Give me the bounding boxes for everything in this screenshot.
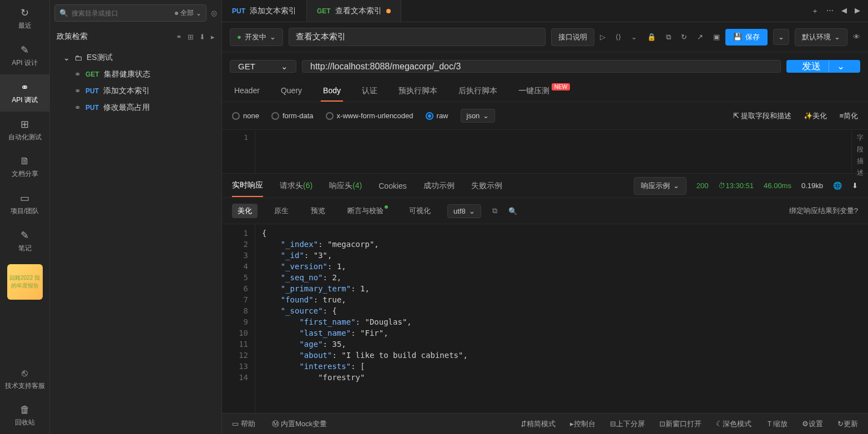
example-select[interactable]: 响应示例 ⌄ [634,177,687,195]
dot-icon [385,205,388,209]
tab-get-view[interactable]: GET查看文本索引 [307,0,401,22]
json-viewer[interactable]: 1234567891011121314 { "_index": "megacor… [222,224,868,413]
radio-none[interactable]: none [232,112,259,120]
api-name-input[interactable]: 查看文本索引 [289,28,546,46]
new-badge: NEW [552,83,570,90]
nav-doc-share[interactable]: 🗎文档分享 [0,149,49,185]
nav-notes[interactable]: ✎笔记 [0,223,49,260]
next-icon[interactable]: ▶ [855,6,860,16]
settings-link[interactable]: ⚙设置 [802,419,823,429]
add-icon[interactable]: ⊞ [188,33,194,41]
newwin-link[interactable]: ⊡新窗口打开 [659,419,702,429]
left-navbar: ↻最近 ✎API 设计 ⚭API 调试 ⊞自动化测试 🗎文档分享 ▭项目/团队 … [0,0,50,434]
status-chip[interactable]: ●开发中⌄ [230,28,283,46]
subtab-postscript[interactable]: 后执行脚本 [456,80,499,102]
search-icon[interactable]: 🔍 [508,207,517,215]
copy-icon[interactable]: ⧉ [666,33,671,42]
refresh-icon[interactable]: ↻ [681,33,687,41]
subtab-auth[interactable]: 认证 [360,80,380,102]
env-select[interactable]: 默认环境⌄ [795,28,847,46]
subtab-prescript[interactable]: 预执行脚本 [396,80,440,102]
compact-link[interactable]: ⇵精简模式 [521,419,556,429]
radio-formdata[interactable]: form-data [271,112,314,120]
zoom-link[interactable]: Ｔ缩放 [766,419,788,429]
headset-icon: ⎋ [2,367,47,379]
editor-gutter: 1 [222,130,255,173]
tree-item-health[interactable]: ⚭GET集群健康状态 [50,66,221,83]
tree-item-add-index[interactable]: ⚭PUT添加文本索引 [50,83,221,99]
play-icon[interactable]: ▷ [600,33,605,41]
add-tab-icon[interactable]: ＋ [811,6,819,16]
export-icon[interactable]: ↗ [697,33,703,41]
bind-var-link[interactable]: 绑定响应结果到变量? [789,206,858,216]
resp-tab-cookies[interactable]: Cookies [379,176,407,196]
nav-support[interactable]: ⎋技术支持客服 [0,361,49,397]
simplify-link[interactable]: ≡简化 [839,111,858,121]
extract-link[interactable]: ⇱ 提取字段和描述 [733,111,792,121]
refresh-link[interactable]: ↻更新 [837,419,858,429]
search-box[interactable]: 🔍 全部 ⌄ [54,4,206,22]
nav-api-debug[interactable]: ⚭API 调试 [0,74,49,112]
api-tree: ⌄🗀ES测试 ⚭GET集群健康状态 ⚭PUT添加文本索引 ⚭PUT修改最高占用 [50,47,221,118]
lock-icon[interactable]: 🔒 [647,33,656,41]
download-icon[interactable]: ⬇ [199,33,205,41]
view-preview[interactable]: 预览 [305,204,331,218]
send-button[interactable]: 发送⌄ [786,60,860,73]
copy-icon[interactable]: ⧉ [492,206,497,215]
spec-button[interactable]: 接口说明 [551,28,594,46]
encoding-select[interactable]: utf8⌄ [447,204,481,218]
subtab-loadtest[interactable]: 一键压测 NEW [516,80,572,102]
beautify-link[interactable]: ✨美化 [804,111,827,121]
nav-recent[interactable]: ↻最近 [0,0,49,37]
code-icon[interactable]: ⟨⟩ [615,33,621,41]
prev-icon[interactable]: ◀ [841,6,847,16]
nav-trash[interactable]: 🗑回收站 [0,397,49,434]
help-link[interactable]: ▭ 帮助 [232,419,255,429]
view-assert[interactable]: 断言与校验 [342,204,392,218]
body-type-select[interactable]: json⌄ [461,109,496,123]
more-icon[interactable]: ⋯ [826,6,834,16]
resp-tab-realtime[interactable]: 实时响应 [232,175,263,197]
dark-link[interactable]: ☾深色模式 [716,419,751,429]
subtab-query[interactable]: Query [279,80,304,102]
resp-tab-success[interactable]: 成功示例 [423,175,455,196]
play-icon[interactable]: ▸ [211,33,215,41]
bottom-bar: ▭ 帮助 Ⓜ 内置Mock变量 ⇵精简模式 ▸控制台 ⊟上下分屏 ⊡新窗口打开 … [222,413,868,434]
globe-icon[interactable]: 🌐 [833,181,842,190]
tab-put-add[interactable]: PUT添加文本索引 [222,0,307,22]
console-link[interactable]: ▸控制台 [570,419,596,429]
nav-auto-test[interactable]: ⊞自动化测试 [0,112,49,149]
search-input[interactable] [72,9,171,17]
resp-tab-reqhead[interactable]: 请求头(6) [280,175,312,196]
eye-icon[interactable]: 👁 [853,33,860,41]
main-area: PUT添加文本索引 GET查看文本索引 ＋ ⋯ ◀ ▶ ●开发中⌄ 查看文本索引… [222,0,868,434]
tree-item-modify[interactable]: ⚭PUT修改最高占用 [50,99,221,116]
subtab-body[interactable]: Body [321,80,343,102]
tree-folder[interactable]: ⌄🗀ES测试 [50,49,221,66]
target-icon[interactable]: ◎ [211,9,217,17]
clock-icon: ↻ [2,7,47,19]
link-icon[interactable]: ⚭ [176,33,182,41]
chevron-down-icon[interactable]: ⌄ [829,60,845,72]
view-visual[interactable]: 可视化 [403,204,436,218]
download-icon[interactable]: ⬇ [852,181,858,190]
subtab-header[interactable]: Header [232,80,262,102]
save-button[interactable]: 💾保存 [725,29,768,46]
radio-urlencoded[interactable]: x-www-form-urlencoded [326,112,413,120]
layout-icon[interactable]: ▣ [713,33,720,41]
url-input[interactable]: http://localhost:8088/megacorp/_doc/3 [302,60,781,73]
nav-api-design[interactable]: ✎API 设计 [0,37,49,74]
method-select[interactable]: GET⌄ [230,60,296,73]
scope-pill[interactable]: 全部 ⌄ [175,8,201,18]
resp-tab-reshead[interactable]: 响应头(4) [329,175,362,196]
resp-tab-fail[interactable]: 失败示例 [471,175,502,196]
view-raw[interactable]: 原生 [269,204,294,218]
nav-project-team[interactable]: ▭项目/团队 [0,185,49,223]
save-dropdown[interactable]: ⌄ [773,29,789,45]
mock-link[interactable]: Ⓜ 内置Mock变量 [272,419,327,429]
promo-2022[interactable]: 回顾2022 我的年度报告 [7,264,43,300]
body-editor[interactable]: 1 字段描述 [222,129,868,174]
radio-raw[interactable]: raw [426,112,448,120]
view-beautify[interactable]: 美化 [232,204,258,218]
split-link[interactable]: ⊟上下分屏 [610,419,645,429]
